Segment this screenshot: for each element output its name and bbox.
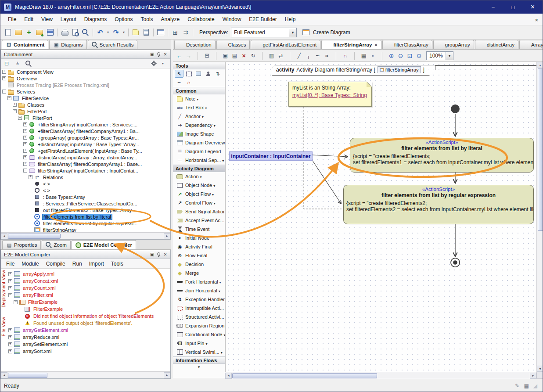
menu-item[interactable]: View — [37, 14, 57, 24]
palette-item[interactable]: Image Shape — [173, 129, 225, 138]
pointer-icon[interactable] — [175, 70, 183, 78]
palette-item[interactable]: Expansion Region — [173, 321, 225, 330]
scroll-left-icon[interactable] — [1, 372, 7, 378]
expander-icon[interactable]: + — [23, 136, 27, 140]
diagram-tab[interactable]: Classes — [216, 40, 250, 49]
tree-item[interactable]: + filterClassArray( filteredCompanyArray… — [1, 161, 170, 167]
maximize-button[interactable] — [503, 0, 523, 14]
search-icon[interactable] — [25, 61, 32, 66]
palette-section-common[interactable]: Common — [173, 87, 225, 94]
palette-item[interactable]: Diagram Overview — [173, 138, 225, 147]
expander-icon[interactable]: − — [2, 90, 6, 94]
palette-item[interactable]: Send Signal Action — [173, 207, 225, 216]
palette-item[interactable]: Exception Handler — [173, 295, 225, 304]
menu-item[interactable]: Collaborate — [183, 14, 218, 24]
palette-section-information-flows[interactable]: Information Flows — [173, 356, 225, 364]
favorites-icon[interactable] — [14, 61, 21, 66]
expander-icon[interactable]: + — [23, 162, 27, 166]
scrollbar-thumb[interactable] — [8, 373, 47, 378]
collapse-all-icon[interactable] — [4, 61, 10, 66]
chevron-down-icon[interactable] — [205, 341, 207, 346]
palette-section-activity[interactable]: Activity Diagram — [173, 165, 225, 172]
paste-icon[interactable] — [230, 51, 239, 60]
frame-reference[interactable]: filterStringArray — [378, 66, 421, 73]
menu-item[interactable]: Module — [18, 259, 42, 268]
chevron-down-icon[interactable] — [222, 158, 224, 163]
diagram-canvas[interactable]: activity Activity Diagram filterStringAr… — [225, 62, 536, 372]
line-bezier-icon[interactable] — [313, 51, 322, 60]
refresh-icon[interactable] — [248, 51, 258, 60]
expander-icon[interactable]: − — [14, 300, 18, 304]
chevron-down-icon[interactable] — [212, 191, 214, 197]
canvas-vscrollbar[interactable] — [536, 62, 543, 372]
expander-icon[interactable]: + — [29, 175, 32, 179]
redo-icon[interactable] — [111, 28, 121, 37]
compiler-hscrollbar[interactable] — [1, 371, 170, 378]
tree-item[interactable]: − FilterPort — [1, 115, 170, 121]
zoom-out-icon[interactable] — [396, 51, 405, 60]
tree-item[interactable]: + Relations — [1, 174, 170, 180]
tree-item[interactable]: − FilterPort — [1, 108, 170, 115]
swimlane-icon[interactable] — [267, 51, 276, 60]
pin-panel-icon[interactable] — [155, 51, 162, 58]
tree-item[interactable]: − Services — [1, 88, 170, 95]
close-button[interactable] — [523, 0, 543, 14]
palette-item[interactable]: Interruptible Acti... — [173, 304, 225, 313]
caret-icon[interactable] — [106, 28, 110, 37]
scroll-right-icon[interactable] — [164, 233, 170, 239]
palette-item[interactable]: Input Pin — [173, 339, 225, 348]
chevron-down-icon[interactable] — [289, 28, 296, 37]
expander-icon[interactable]: + — [23, 129, 27, 133]
chevron-down-icon[interactable] — [446, 52, 453, 60]
open-icon[interactable] — [14, 28, 23, 37]
panel-tab[interactable]: Diagrams — [49, 40, 86, 49]
line-spline-icon[interactable] — [322, 51, 331, 60]
expander-icon[interactable]: − — [23, 169, 27, 173]
report-icon[interactable] — [141, 28, 151, 37]
copy-icon[interactable] — [221, 51, 230, 60]
tree-item[interactable]: < > — [1, 180, 170, 187]
palette-item[interactable]: Initial Node — [173, 234, 225, 242]
diagram-tab[interactable]: ArrayF — [519, 40, 543, 49]
dependency-matrix-icon[interactable] — [276, 51, 285, 60]
action-filter-by-regex[interactable]: «ActionScript» filter elements from list… — [343, 185, 534, 224]
expander-icon[interactable]: + — [2, 70, 6, 74]
palette-item[interactable]: Conditional Node — [173, 330, 225, 339]
expander-icon[interactable]: + — [2, 76, 6, 80]
chevron-down-icon[interactable] — [219, 288, 220, 293]
tree-item[interactable]: < > — [1, 187, 170, 194]
tree-item[interactable]: − arrayFilter.xml — [7, 291, 170, 298]
tree-item[interactable]: Found unused output object 'filteredElem… — [7, 320, 170, 327]
find-icon[interactable] — [81, 28, 90, 37]
palette-scroll-down-icon[interactable] — [173, 364, 225, 370]
tree-item[interactable]: + Component View — [1, 68, 170, 75]
tree-item[interactable]: : Base Types::Array — [1, 194, 170, 200]
tree-item[interactable]: + +filterClassArray( filteredCompanyArra… — [1, 128, 170, 134]
menu-item[interactable]: Help — [281, 14, 300, 24]
chevron-down-icon[interactable] — [200, 174, 202, 179]
palette-item[interactable]: Text Box — [173, 103, 225, 112]
palette-item[interactable]: Decision — [173, 260, 225, 269]
minimize-button[interactable] — [483, 0, 503, 14]
palette-item[interactable]: Diagram Legend — [173, 147, 225, 156]
scrollbar-thumb[interactable] — [538, 68, 543, 231]
create-diagram-icon[interactable] — [301, 28, 311, 37]
chevron-down-icon[interactable] — [160, 61, 166, 66]
palette-item[interactable]: Activity Final — [173, 242, 225, 251]
float-panel-icon[interactable] — [149, 51, 155, 58]
palette-item[interactable]: Flow Final — [173, 251, 225, 260]
publish-icon[interactable] — [156, 28, 165, 37]
expander-icon[interactable]: + — [8, 286, 12, 290]
menu-item[interactable]: Diagrams — [80, 14, 111, 24]
tree-item[interactable]: + +distinctArray( inputArray : Base Type… — [1, 141, 170, 147]
expander-icon[interactable]: + — [23, 122, 27, 126]
settings-gear-icon[interactable] — [151, 61, 157, 66]
scrollbar-thumb[interactable] — [232, 373, 377, 378]
note-shape[interactable]: myList is an String Array: myList[0..*]:… — [288, 82, 372, 107]
diagram-tab[interactable]: getFirstAndLastElement — [251, 40, 320, 49]
create-diagram-button[interactable]: Create Diagram — [313, 29, 350, 36]
menu-item[interactable]: Tools — [108, 259, 127, 268]
palette-item[interactable]: Control Flow — [173, 198, 225, 207]
new-plus-icon[interactable] — [24, 28, 34, 37]
chevron-down-icon[interactable] — [202, 114, 204, 119]
